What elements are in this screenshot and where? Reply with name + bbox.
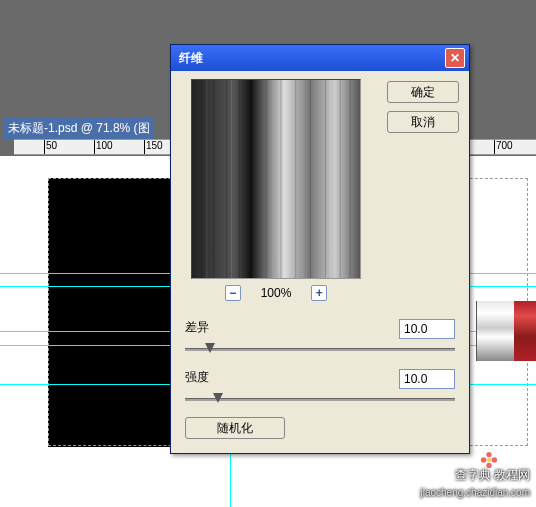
cancel-button[interactable]: 取消 bbox=[387, 111, 459, 133]
svg-point-23 bbox=[487, 458, 492, 463]
ruler-tick: 150 bbox=[144, 140, 163, 155]
svg-rect-0 bbox=[192, 80, 360, 278]
minus-icon: − bbox=[229, 286, 236, 300]
zoom-in-button[interactable]: + bbox=[311, 285, 327, 301]
fibers-dialog: 纤维 ✕ bbox=[170, 44, 470, 454]
zoom-out-button[interactable]: − bbox=[225, 285, 241, 301]
strength-input[interactable] bbox=[399, 369, 455, 389]
dialog-title: 纤维 bbox=[175, 50, 445, 67]
slider-thumb[interactable] bbox=[205, 343, 215, 353]
ruler-tick: 100 bbox=[94, 140, 113, 155]
svg-point-20 bbox=[492, 457, 497, 462]
svg-point-22 bbox=[481, 457, 486, 462]
svg-point-19 bbox=[486, 452, 491, 457]
plus-icon: + bbox=[316, 286, 323, 300]
watermark-text: 查字典 教程网 bbox=[455, 468, 530, 482]
watermark: 查字典 教程网 jiaocheng.chazidian.com bbox=[420, 467, 530, 501]
ok-button[interactable]: 确定 bbox=[387, 81, 459, 103]
filter-preview[interactable] bbox=[191, 79, 361, 279]
strength-slider[interactable] bbox=[185, 393, 455, 407]
close-icon: ✕ bbox=[450, 51, 460, 65]
close-button[interactable]: ✕ bbox=[445, 48, 465, 68]
ruler-tick: 700 bbox=[494, 140, 513, 155]
dialog-titlebar[interactable]: 纤维 ✕ bbox=[171, 45, 469, 71]
strength-label: 强度 bbox=[185, 369, 209, 386]
variance-input[interactable] bbox=[399, 319, 455, 339]
ruler-tick: 50 bbox=[44, 140, 57, 155]
zoom-percentage: 100% bbox=[261, 286, 292, 300]
randomize-button[interactable]: 随机化 bbox=[185, 417, 285, 439]
variance-label: 差异 bbox=[185, 319, 209, 336]
pencil-graphic bbox=[476, 301, 536, 361]
variance-slider[interactable] bbox=[185, 343, 455, 357]
document-title: 未标题-1.psd @ 71.8% (图 bbox=[4, 118, 154, 139]
watermark-url: jiaocheng.chazidian.com bbox=[420, 487, 530, 498]
slider-thumb[interactable] bbox=[213, 393, 223, 403]
